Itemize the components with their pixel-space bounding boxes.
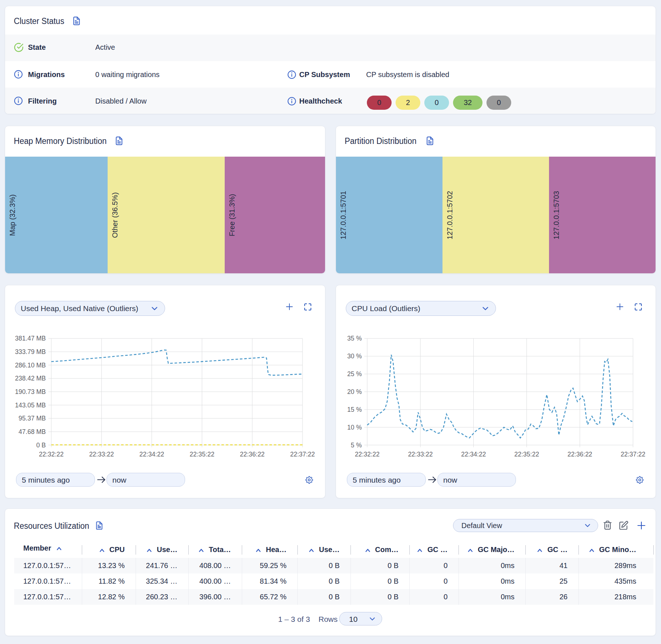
svg-text:22:34:22: 22:34:22 <box>461 451 486 458</box>
svg-text:22:34:22: 22:34:22 <box>139 451 164 458</box>
svg-text:238.42 MB: 238.42 MB <box>15 375 46 382</box>
svg-text:0 B: 0 B <box>36 442 46 449</box>
svg-text:22:33:22: 22:33:22 <box>89 451 114 458</box>
svg-text:22:35:22: 22:35:22 <box>514 451 539 458</box>
svg-text:95.37 MB: 95.37 MB <box>19 415 46 422</box>
svg-text:22:36:22: 22:36:22 <box>568 451 592 458</box>
svg-text:381.47 MB: 381.47 MB <box>15 335 46 342</box>
svg-text:30 %: 30 % <box>347 353 362 360</box>
svg-text:22:32:22: 22:32:22 <box>355 451 380 458</box>
svg-text:25 %: 25 % <box>347 370 362 378</box>
svg-text:5 %: 5 % <box>351 442 362 449</box>
svg-text:143.05 MB: 143.05 MB <box>15 402 46 409</box>
svg-text:22:32:22: 22:32:22 <box>39 451 64 458</box>
svg-text:22:37:22: 22:37:22 <box>290 451 315 458</box>
svg-text:35 %: 35 % <box>347 335 362 342</box>
svg-text:333.79 MB: 333.79 MB <box>15 348 46 355</box>
svg-text:22:36:22: 22:36:22 <box>240 451 265 458</box>
svg-text:22:37:22: 22:37:22 <box>621 451 645 458</box>
svg-text:15 %: 15 % <box>347 406 362 413</box>
svg-text:190.73 MB: 190.73 MB <box>15 388 46 395</box>
svg-text:22:33:22: 22:33:22 <box>408 451 433 458</box>
svg-text:22:35:22: 22:35:22 <box>190 451 215 458</box>
svg-text:10 %: 10 % <box>347 424 362 431</box>
svg-text:20 %: 20 % <box>347 388 362 395</box>
svg-text:286.10 MB: 286.10 MB <box>15 362 46 369</box>
svg-text:47.68 MB: 47.68 MB <box>19 428 46 435</box>
